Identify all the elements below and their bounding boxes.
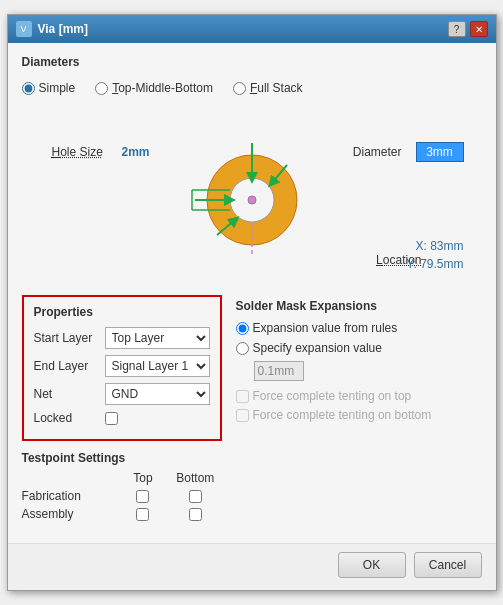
fabrication-label: Fabrication bbox=[22, 489, 117, 503]
solder-mask-title: Solder Mask Expansions bbox=[236, 299, 482, 313]
testpoint-bottom-header: Bottom bbox=[169, 471, 221, 485]
locked-row: Locked bbox=[34, 411, 210, 425]
testpoint-table: Top Bottom Fabrication Assembly bbox=[22, 471, 222, 521]
testpoint-assembly-row: Assembly bbox=[22, 507, 222, 521]
specify-expansion-row: Specify expansion value bbox=[236, 341, 482, 355]
specify-expansion-input[interactable] bbox=[254, 361, 304, 381]
radio-full-input[interactable] bbox=[233, 82, 246, 95]
assembly-bottom-cb bbox=[169, 508, 221, 521]
testpoint-fabrication-row: Fabrication bbox=[22, 489, 222, 503]
testpoint-empty-header bbox=[22, 471, 117, 485]
location-x: X: 83mm bbox=[415, 239, 463, 253]
via-diagram-svg bbox=[187, 135, 317, 265]
radio-full-stack[interactable]: Full Stack bbox=[233, 81, 303, 95]
assembly-top-cb bbox=[117, 508, 169, 521]
expansion-from-rules-label: Expansion value from rules bbox=[253, 321, 398, 335]
start-layer-label: Start Layer bbox=[34, 331, 99, 345]
main-window: V Via [mm] ? ✕ Diameters Simple Top-Midd… bbox=[7, 14, 497, 591]
force-bottom-row: Force complete tenting on bottom bbox=[236, 408, 482, 422]
assembly-bottom-checkbox[interactable] bbox=[189, 508, 202, 521]
diameters-radio-group: Simple Top-Middle-Bottom Full Stack bbox=[22, 75, 482, 101]
properties-title: Properties bbox=[34, 305, 210, 319]
start-layer-select[interactable]: Top Layer Signal Layer 1 Bottom Layer bbox=[105, 327, 210, 349]
assembly-label: Assembly bbox=[22, 507, 117, 521]
window-icon: V bbox=[16, 21, 32, 37]
force-top-label: Force complete tenting on top bbox=[253, 389, 412, 403]
testpoint-header: Top Bottom bbox=[22, 471, 222, 485]
diameters-label: Diameters bbox=[22, 55, 482, 69]
ok-button[interactable]: OK bbox=[338, 552, 406, 578]
radio-tmb-input[interactable] bbox=[95, 82, 108, 95]
svg-point-2 bbox=[248, 196, 256, 204]
end-layer-row: End Layer Top Layer Signal Layer 1 Botto… bbox=[34, 355, 210, 377]
lower-section: Properties Start Layer Top Layer Signal … bbox=[22, 295, 482, 441]
fabrication-top-cb bbox=[117, 490, 169, 503]
diameter-label: Diameter bbox=[353, 145, 402, 159]
fabrication-bottom-checkbox[interactable] bbox=[189, 490, 202, 503]
force-top-checkbox[interactable] bbox=[236, 390, 249, 403]
start-layer-row: Start Layer Top Layer Signal Layer 1 Bot… bbox=[34, 327, 210, 349]
radio-simple-label: Simple bbox=[39, 81, 76, 95]
end-layer-select[interactable]: Top Layer Signal Layer 1 Bottom Layer bbox=[105, 355, 210, 377]
title-buttons: ? ✕ bbox=[448, 21, 488, 37]
force-top-row: Force complete tenting on top bbox=[236, 389, 482, 403]
cancel-button[interactable]: Cancel bbox=[414, 552, 482, 578]
locked-checkbox[interactable] bbox=[105, 412, 118, 425]
location-y-value: 79.5mm bbox=[420, 257, 463, 271]
bottom-bar: OK Cancel bbox=[8, 543, 496, 590]
properties-box: Properties Start Layer Top Layer Signal … bbox=[22, 295, 222, 441]
close-button[interactable]: ✕ bbox=[470, 21, 488, 37]
net-row: Net GND VCC NET1 bbox=[34, 383, 210, 405]
hole-size-value: 2mm bbox=[122, 145, 150, 159]
locked-label: Locked bbox=[34, 411, 99, 425]
radio-simple[interactable]: Simple bbox=[22, 81, 76, 95]
title-bar-left: V Via [mm] bbox=[16, 21, 88, 37]
specify-expansion-label: Specify expansion value bbox=[253, 341, 382, 355]
radio-top-middle-bottom[interactable]: Top-Middle-Bottom bbox=[95, 81, 213, 95]
location-y: Y: 79.5mm bbox=[406, 257, 463, 271]
specify-expansion-radio[interactable] bbox=[236, 342, 249, 355]
force-bottom-checkbox[interactable] bbox=[236, 409, 249, 422]
testpoint-section: Testpoint Settings Top Bottom Fabricatio… bbox=[22, 451, 482, 521]
help-button[interactable]: ? bbox=[448, 21, 466, 37]
hole-size-label: Hole Size bbox=[52, 145, 103, 159]
assembly-top-checkbox[interactable] bbox=[136, 508, 149, 521]
solder-mask-box: Solder Mask Expansions Expansion value f… bbox=[236, 295, 482, 441]
radio-simple-input[interactable] bbox=[22, 82, 35, 95]
expansion-from-rules-radio[interactable] bbox=[236, 322, 249, 335]
net-select[interactable]: GND VCC NET1 bbox=[105, 383, 210, 405]
testpoint-title: Testpoint Settings bbox=[22, 451, 482, 465]
radio-tmb-label: Top-Middle-Bottom bbox=[112, 81, 213, 95]
title-bar: V Via [mm] ? ✕ bbox=[8, 15, 496, 43]
window-title: Via [mm] bbox=[38, 22, 88, 36]
diameter-input[interactable] bbox=[416, 142, 464, 162]
testpoint-top-header: Top bbox=[117, 471, 169, 485]
location-x-value: 83mm bbox=[430, 239, 463, 253]
radio-full-label: Full Stack bbox=[250, 81, 303, 95]
fabrication-bottom-cb bbox=[169, 490, 221, 503]
fabrication-top-checkbox[interactable] bbox=[136, 490, 149, 503]
content-area: Diameters Simple Top-Middle-Bottom Full … bbox=[8, 43, 496, 543]
end-layer-label: End Layer bbox=[34, 359, 99, 373]
specify-expansion-input-row bbox=[236, 361, 482, 381]
net-label: Net bbox=[34, 387, 99, 401]
diagram-area: Hole Size 2mm Diameter bbox=[22, 115, 482, 285]
force-bottom-label: Force complete tenting on bottom bbox=[253, 408, 432, 422]
expansion-from-rules-row: Expansion value from rules bbox=[236, 321, 482, 335]
